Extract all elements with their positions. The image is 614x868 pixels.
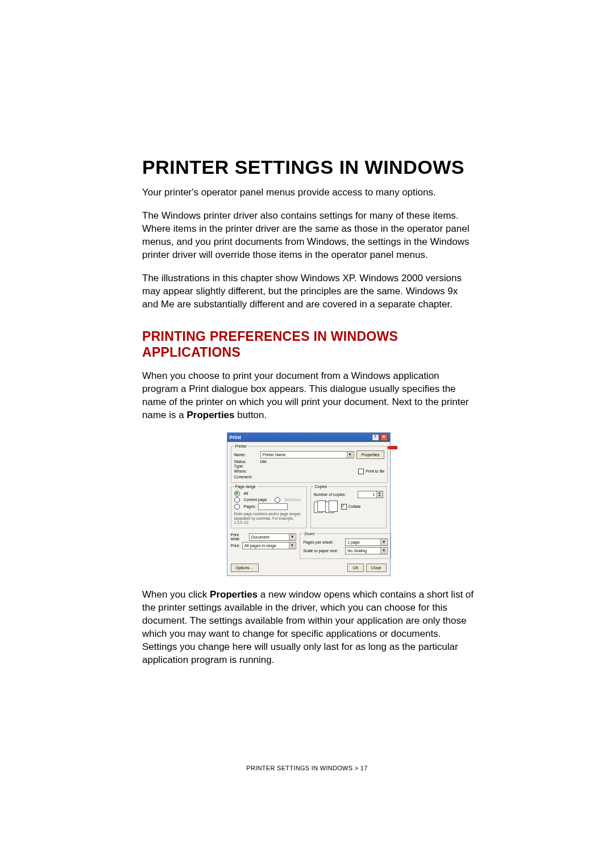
paragraph: When you click Properties a new window o… [142,589,475,667]
printer-name-select[interactable]: Printer Name [260,451,354,458]
body-text: Your printer's operator panel menus prov… [142,186,475,311]
num-copies-value: 1 [358,491,376,498]
num-copies-spinner[interactable]: 1 ▲▼ [358,491,383,498]
dialog-title-text: Print [230,435,242,440]
radio-selection-label: Selection [284,498,301,502]
help-button[interactable]: ? [372,434,379,441]
paragraph: Your printer's operator panel menus prov… [142,186,475,199]
bold-text: Properties [186,410,234,420]
collate-checkbox[interactable] [341,504,347,510]
radio-current-page-label: Current page [244,498,267,502]
radio-pages[interactable] [234,504,240,510]
pages-per-sheet-label: Pages per sheet: [303,540,343,544]
print-range-select[interactable]: All pages in range [242,542,296,549]
properties-button[interactable]: Properties [356,450,385,459]
radio-pages-label: Pages: [244,504,256,508]
pages-input[interactable] [258,503,288,510]
ok-button[interactable]: OK [347,564,363,572]
print-to-file-checkbox[interactable] [358,469,364,474]
scale-select[interactable]: No Scaling [345,547,388,554]
print-what-label: Print what: [231,533,247,541]
copies-group: Copies Number of copies: 1 ▲▼ [310,485,387,528]
print-to-file-label: Print to file [366,469,384,473]
group-label: Zoom [303,532,316,536]
radio-current-page[interactable] [234,497,240,503]
pages-per-sheet-select[interactable]: 1 page [345,539,388,546]
print-dialog-figure: Print ? ✕ Printer Name: Printer Name Pro… [142,432,475,576]
options-button[interactable]: Options… [231,564,259,572]
radio-all[interactable] [234,491,240,496]
scale-label: Scale to paper size: [303,549,343,553]
zoom-group: Zoom Pages per sheet: 1 page Scale to pa… [300,532,391,559]
dialog-body: Printer Name: Printer Name Properties St… [227,442,390,575]
collate-icon [314,500,337,513]
dialog-titlebar: Print ? ✕ [227,433,390,442]
paragraph: The illustrations in this chapter show W… [142,272,475,311]
callout-arrow [389,446,397,449]
page-footer: PRINTER SETTINGS IN WINDOWS > 17 [0,765,614,771]
print-scope-controls: Print what: Document Print: All pages in… [231,532,297,561]
print-dialog: Print ? ✕ Printer Name: Printer Name Pro… [227,432,391,576]
label-status: Status: [234,460,258,464]
bold-text: Properties [210,589,258,600]
label-comment: Comment: [234,475,258,479]
text-run: button. [235,410,267,420]
section-heading: PRINTING PREFERENCES IN WINDOWS APPLICAT… [142,328,475,361]
label-name: Name: [234,453,258,457]
printer-group: Printer Name: Printer Name Properties St… [231,444,388,483]
num-copies-label: Number of copies: [314,493,346,496]
label-type: Type: [234,464,258,468]
collate-label: Collate [349,504,361,508]
value-status: Idle [260,460,267,464]
label-where: Where: [234,469,258,473]
pages-hint: Enter page numbers and/or page ranges se… [234,512,304,525]
window-close-button[interactable]: ✕ [380,434,388,441]
print-what-select[interactable]: Document [249,533,297,541]
paragraph: The Windows printer driver also contains… [142,210,475,262]
text-run: a new window opens which contains a shor… [142,589,474,665]
page-range-group: Page range All Current page Selection Pa… [231,485,307,528]
text-run: When you click [142,589,210,600]
radio-selection [275,497,280,503]
radio-all-label: All [244,491,248,495]
page-title: PRINTER SETTINGS IN WINDOWS [142,156,475,178]
print-range-label: Print: [231,544,240,548]
paragraph: When you choose to print your document f… [142,370,475,422]
group-label: Printer [234,444,248,448]
group-label: Page range [234,485,257,489]
document-page: PRINTER SETTINGS IN WINDOWS Your printer… [0,0,614,868]
group-label: Copies [314,485,329,489]
close-button[interactable]: Close [366,564,387,572]
spinner-arrows-icon[interactable]: ▲▼ [376,491,383,498]
